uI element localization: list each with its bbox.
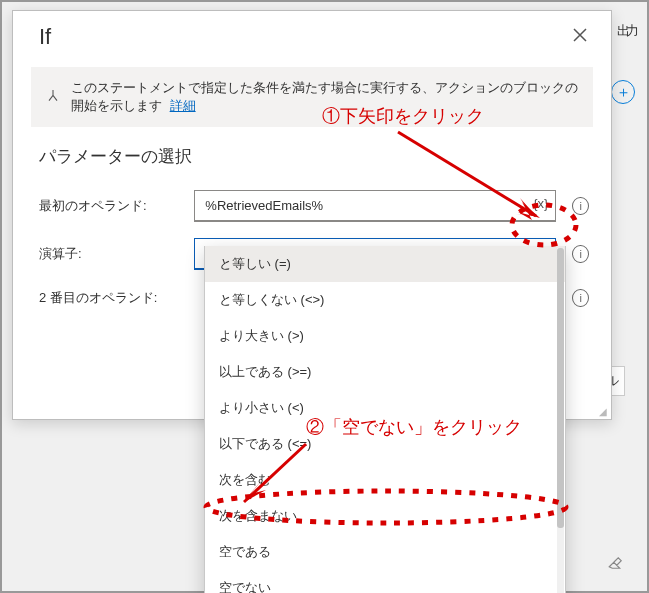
- section-title: パラメーターの選択: [39, 145, 589, 168]
- dialog-title: If: [39, 24, 51, 50]
- info-banner: このステートメントで指定した条件を満たす場合に実行する、アクションのブロックの開…: [31, 67, 593, 127]
- dropdown-item[interactable]: より大きい (>): [205, 318, 565, 354]
- eraser-icon[interactable]: [607, 554, 625, 577]
- dropdown-item[interactable]: と等しい (=): [205, 246, 565, 282]
- second-operand-label: 2 番目のオペランド:: [39, 289, 178, 307]
- first-operand-input[interactable]: [194, 190, 556, 222]
- info-icon[interactable]: i: [572, 289, 589, 307]
- dropdown-item[interactable]: 次を含む: [205, 462, 565, 498]
- operator-dropdown: と等しい (=) と等しくない (<>) より大きい (>) 以上である (>=…: [204, 246, 566, 593]
- info-icon[interactable]: i: [572, 197, 589, 215]
- resize-handle-icon[interactable]: ◢: [599, 406, 607, 417]
- variable-picker-icon[interactable]: {x}: [533, 196, 548, 211]
- scrollbar-thumb[interactable]: [557, 248, 564, 528]
- bg-add-button[interactable]: ＋: [611, 80, 635, 104]
- dropdown-item[interactable]: と等しくない (<>): [205, 282, 565, 318]
- dropdown-item[interactable]: 次を含まない: [205, 498, 565, 534]
- banner-link[interactable]: 詳細: [170, 98, 196, 113]
- row-first-operand: 最初のオペランド: {x} i: [13, 182, 611, 230]
- operator-label: 演算子:: [39, 245, 178, 263]
- dropdown-item[interactable]: 空でない: [205, 570, 565, 593]
- branch-icon: [45, 88, 61, 107]
- bg-side-text: 出力: [617, 22, 635, 54]
- banner-text-content: このステートメントで指定した条件を満たす場合に実行する、アクションのブロックの開…: [71, 80, 578, 113]
- dropdown-item[interactable]: 以上である (>=): [205, 354, 565, 390]
- info-icon[interactable]: i: [572, 245, 589, 263]
- banner-text: このステートメントで指定した条件を満たす場合に実行する、アクションのブロックの開…: [71, 79, 579, 115]
- close-icon: [573, 28, 587, 42]
- dropdown-item[interactable]: 以下である (<=): [205, 426, 565, 462]
- close-button[interactable]: [567, 23, 593, 51]
- plus-icon: ＋: [616, 83, 631, 102]
- dropdown-item[interactable]: より小さい (<): [205, 390, 565, 426]
- first-operand-label: 最初のオペランド:: [39, 197, 178, 215]
- dropdown-item[interactable]: 空である: [205, 534, 565, 570]
